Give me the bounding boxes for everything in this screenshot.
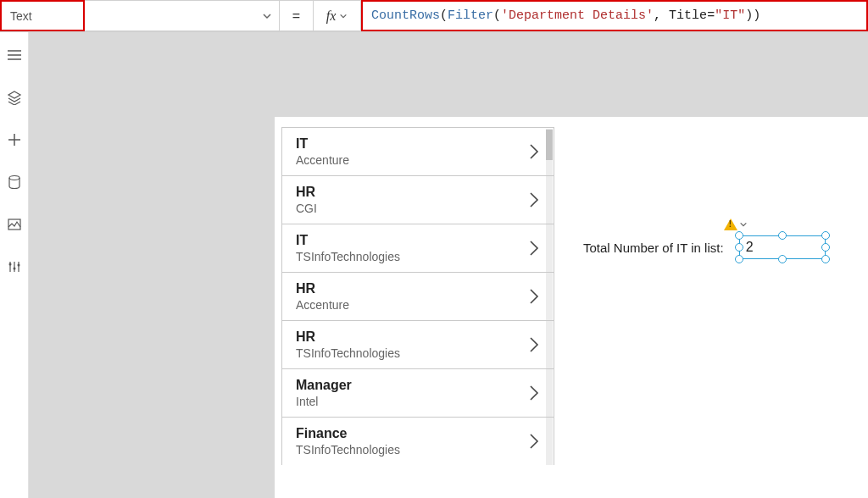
- list-item-title: HR: [296, 281, 349, 296]
- list-item-subtitle: TSInfoTechnologies: [296, 346, 400, 360]
- result-label: Total Number of IT in list:: [583, 241, 724, 255]
- chevron-right-icon: [528, 384, 540, 402]
- warning-icon: [724, 219, 737, 230]
- resize-handle[interactable]: [778, 255, 787, 263]
- equals-label: =: [280, 0, 314, 31]
- list-item-title: HR: [296, 185, 317, 200]
- list-item[interactable]: HR TSInfoTechnologies: [282, 321, 554, 369]
- list-item[interactable]: HR Accenture: [282, 273, 554, 321]
- formula-bar: Text = fx CountRows(Filter('Department D…: [0, 0, 868, 32]
- chevron-right-icon: [528, 142, 540, 161]
- resize-handle[interactable]: [821, 243, 830, 252]
- property-name: Text: [10, 9, 32, 23]
- formula-token: CountRows: [371, 8, 440, 23]
- fx-label: fx: [326, 8, 337, 24]
- list-item-title: IT: [296, 136, 349, 152]
- formula-token: 'Department Details': [501, 8, 654, 23]
- list-item-title: Finance: [296, 426, 400, 441]
- formula-token: Title: [669, 8, 707, 23]
- left-rail: [0, 32, 29, 498]
- formula-token: ,: [654, 8, 669, 23]
- formula-token: "IT": [715, 8, 745, 23]
- resize-handle[interactable]: [735, 231, 743, 240]
- svg-point-3: [13, 268, 15, 270]
- chevron-right-icon: [528, 239, 540, 257]
- formula-token: Filter: [448, 8, 493, 23]
- resize-handle[interactable]: [821, 231, 830, 240]
- resize-handle[interactable]: [735, 243, 743, 252]
- list-item[interactable]: Manager Intel: [282, 369, 554, 418]
- chevron-down-icon: [739, 220, 748, 229]
- result-row: Total Number of IT in list: 2: [583, 235, 826, 259]
- resize-handle[interactable]: [778, 231, 787, 240]
- list-item-subtitle: Accenture: [296, 298, 349, 312]
- list-item-title: HR: [296, 329, 400, 345]
- svg-point-2: [8, 263, 11, 266]
- list-item-subtitle: Intel: [296, 395, 352, 408]
- data-icon[interactable]: [7, 174, 22, 190]
- equals-sign: =: [292, 8, 300, 24]
- tree-icon[interactable]: [7, 47, 22, 63]
- formula-token: (: [493, 8, 501, 23]
- chevron-down-icon: [339, 12, 348, 20]
- formula-token: =: [707, 8, 715, 23]
- list-item[interactable]: IT TSInfoTechnologies: [282, 224, 554, 273]
- list-item[interactable]: HR CGI: [282, 176, 554, 224]
- list-item[interactable]: Finance TSInfoTechnologies: [282, 418, 554, 465]
- screen-surface: IT Accenture HR CGI IT TSInfoTechnolog: [275, 117, 868, 498]
- media-icon[interactable]: [7, 217, 22, 232]
- layers-icon[interactable]: [7, 90, 22, 105]
- settings-icon[interactable]: [7, 259, 22, 274]
- chevron-right-icon: [528, 335, 540, 354]
- chevron-right-icon: [528, 191, 540, 209]
- workspace: IT Accenture HR CGI IT TSInfoTechnolog: [0, 32, 868, 498]
- list-item-subtitle: CGI: [296, 202, 317, 215]
- resize-handle[interactable]: [735, 255, 743, 263]
- chevron-right-icon: [528, 287, 540, 306]
- chevron-right-icon: [528, 432, 540, 451]
- svg-point-4: [17, 264, 19, 267]
- chevron-down-icon: [262, 11, 272, 21]
- formula-input[interactable]: CountRows(Filter('Department Details', T…: [361, 0, 868, 31]
- warning-badge[interactable]: [724, 219, 748, 230]
- plus-icon[interactable]: [7, 132, 22, 147]
- list-item-title: Manager: [296, 378, 352, 393]
- list-item-subtitle: Accenture: [296, 153, 349, 167]
- resize-handle[interactable]: [821, 255, 830, 263]
- property-dropdown-extension[interactable]: [85, 0, 280, 31]
- gallery-list[interactable]: IT Accenture HR CGI IT TSInfoTechnolog: [281, 127, 554, 465]
- list-item[interactable]: IT Accenture: [282, 128, 554, 176]
- list-item-subtitle: TSInfoTechnologies: [296, 250, 400, 263]
- fx-button[interactable]: fx: [314, 0, 361, 31]
- list-item-subtitle: TSInfoTechnologies: [296, 443, 400, 456]
- canvas[interactable]: IT Accenture HR CGI IT TSInfoTechnolog: [29, 32, 868, 498]
- svg-point-0: [9, 176, 19, 180]
- formula-token: )): [745, 8, 760, 23]
- property-dropdown[interactable]: Text: [0, 0, 85, 31]
- formula-token: (: [440, 8, 448, 23]
- result-value: 2: [746, 240, 754, 255]
- list-item-title: IT: [296, 233, 400, 248]
- selected-label-control[interactable]: 2: [739, 235, 826, 259]
